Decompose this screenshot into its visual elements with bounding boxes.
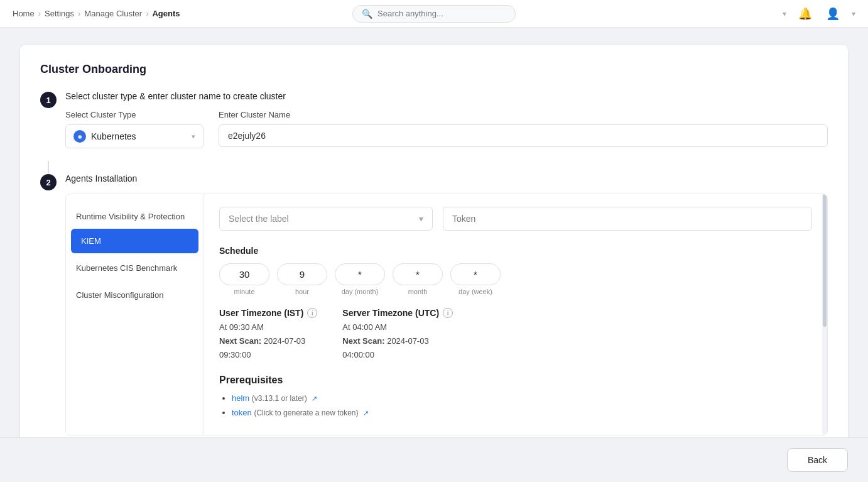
schedule-day-month-label: day (month)	[342, 288, 379, 295]
sidebar-item-cis[interactable]: Kubernetes CIS Benchmark	[71, 256, 198, 280]
user-timezone-title: User Timezone (IST) i	[219, 308, 317, 318]
schedule-minute-input[interactable]	[219, 263, 269, 285]
breadcrumb-home[interactable]: Home	[13, 9, 35, 18]
prereq-token-ext-icon: ↗	[363, 409, 369, 417]
prereq-token-note: (Click to generate a new token)	[254, 408, 358, 417]
label-select[interactable]: Select the label ▾	[219, 207, 433, 231]
sidebar-item-cis-label: Kubernetes CIS Benchmark	[76, 263, 177, 273]
prereq-helm-note: (v3.13.1 or later)	[252, 394, 307, 403]
server-timezone-title: Server Timezone (UTC) i	[342, 308, 453, 318]
search-input[interactable]	[377, 9, 503, 18]
cluster-name-input[interactable]	[219, 124, 828, 147]
schedule-hour-label: hour	[295, 288, 309, 295]
schedule-row: minute hour day (month)	[219, 263, 812, 295]
breadcrumb-current: Agents	[152, 9, 180, 18]
schedule-day-month-input[interactable]	[335, 263, 385, 285]
user-timezone-info-icon[interactable]: i	[307, 308, 317, 318]
user-tz-next-scan-label: Next Scan:	[219, 336, 261, 346]
step-2-content: Agents Installation Runtime Visibility &…	[65, 173, 828, 435]
sidebar-item-misconfig[interactable]: Cluster Misconfiguration	[71, 283, 198, 307]
main-content: Cluster Onboarding 1 Select cluster type…	[0, 28, 868, 482]
cluster-name-col: Enter Cluster Name	[219, 110, 828, 147]
server-tz-time: 04:00:00	[342, 348, 453, 362]
schedule-day-month: day (month)	[335, 263, 385, 295]
agents-panel-row: Runtime Visibility & Protection KIEM Kub…	[65, 194, 828, 435]
breadcrumb-sep-2: ›	[78, 9, 80, 18]
sidebar-item-kiem-label: KIEM	[81, 236, 101, 246]
breadcrumb-settings[interactable]: Settings	[45, 9, 74, 18]
schedule-day-week-label: day (week)	[458, 288, 492, 295]
nav-dropdown-arrow-1[interactable]: ▾	[783, 9, 786, 18]
step-1-label: Select cluster type & enter cluster name…	[65, 91, 828, 101]
schedule-label: Schedule	[219, 246, 812, 256]
label-select-text: Select the label	[229, 214, 289, 224]
cluster-type-value: Kubernetes	[91, 131, 136, 141]
cluster-type-label: Select Cluster Type	[65, 110, 203, 119]
server-timezone-block: Server Timezone (UTC) i At 04:00 AM Next…	[342, 308, 453, 362]
search-icon: 🔍	[362, 9, 372, 19]
step-2: 2 Agents Installation Runtime Visibility…	[40, 173, 828, 435]
sidebar-item-runtime[interactable]: Runtime Visibility & Protection	[71, 204, 198, 229]
user-tz-time: 09:30:00	[219, 348, 317, 362]
prerequisites-list: helm (v3.13.1 or later) ↗ token (Click t…	[219, 393, 812, 417]
prereq-helm-link[interactable]: helm	[232, 393, 249, 403]
schedule-month-label: month	[408, 288, 428, 295]
nav-dropdown-arrow-2[interactable]: ▾	[852, 9, 855, 18]
user-timezone-detail: At 09:30 AM Next Scan: 2024-07-03 09:30:…	[219, 320, 317, 362]
timezone-section: User Timezone (IST) i At 09:30 AM Next S…	[219, 308, 812, 362]
agents-sidebar: Runtime Visibility & Protection KIEM Kub…	[66, 194, 204, 435]
agents-right-panel: Select the label ▾ Schedule minute	[204, 194, 827, 435]
sidebar-item-kiem[interactable]: KIEM	[71, 229, 198, 253]
label-select-arrow: ▾	[419, 214, 423, 224]
step-1-badge: 1	[40, 92, 57, 108]
user-icon[interactable]: 👤	[824, 5, 842, 23]
prereq-helm: helm (v3.13.1 or later) ↗	[232, 393, 812, 403]
cluster-type-col: Select Cluster Type ⎈ Kubernetes ▾	[65, 110, 203, 148]
step-2-label: Agents Installation	[65, 173, 828, 183]
cluster-name-label: Enter Cluster Name	[219, 110, 828, 119]
schedule-hour: hour	[277, 263, 327, 295]
step-connector	[48, 161, 49, 173]
schedule-hour-input[interactable]	[277, 263, 327, 285]
breadcrumb-manage-cluster[interactable]: Manage Cluster	[84, 9, 142, 18]
breadcrumb-sep-3: ›	[146, 9, 148, 18]
schedule-minute: minute	[219, 263, 269, 295]
step-1: 1 Select cluster type & enter cluster na…	[40, 91, 828, 148]
card-title: Cluster Onboarding	[40, 63, 828, 76]
cluster-type-select[interactable]: ⎈ Kubernetes ▾	[65, 124, 203, 148]
kubernetes-icon: ⎈	[73, 130, 86, 143]
cluster-type-left: ⎈ Kubernetes	[73, 130, 136, 143]
cluster-form-row: Select Cluster Type ⎈ Kubernetes ▾ Enter…	[65, 110, 828, 148]
breadcrumb-sep-1: ›	[38, 9, 41, 18]
schedule-month-input[interactable]	[393, 263, 443, 285]
prerequisites-title: Prerequisites	[219, 375, 812, 386]
schedule-month: month	[393, 263, 443, 295]
user-tz-next-scan-value: 2024-07-03	[264, 336, 306, 346]
cluster-onboarding-card: Cluster Onboarding 1 Select cluster type…	[20, 45, 848, 466]
server-timezone-info-icon[interactable]: i	[443, 308, 453, 318]
schedule-day-week-input[interactable]	[450, 263, 501, 285]
step-2-badge: 2	[40, 174, 57, 190]
back-button[interactable]: Back	[787, 448, 848, 472]
search-bar: 🔍	[352, 5, 516, 23]
prereq-token-link[interactable]: token	[232, 408, 252, 417]
sidebar-item-runtime-label: Runtime Visibility & Protection	[76, 212, 185, 221]
label-token-row: Select the label ▾	[219, 207, 812, 231]
scrollbar-track	[822, 194, 827, 435]
bottom-bar: Back	[0, 437, 868, 482]
schedule-minute-label: minute	[234, 288, 254, 295]
nav-icons: ▾ 🔔 👤 ▾	[783, 5, 855, 23]
prereq-helm-ext-icon: ↗	[312, 395, 317, 402]
scrollbar-thumb[interactable]	[823, 194, 827, 327]
user-timezone-block: User Timezone (IST) i At 09:30 AM Next S…	[219, 308, 317, 362]
topnav: Home › Settings › Manage Cluster › Agent…	[0, 0, 868, 28]
schedule-day-week: day (week)	[450, 263, 501, 295]
cluster-type-arrow: ▾	[192, 133, 195, 141]
notification-icon[interactable]: 🔔	[796, 5, 814, 23]
sidebar-item-misconfig-label: Cluster Misconfiguration	[76, 290, 163, 300]
token-input[interactable]	[443, 207, 812, 231]
server-tz-next-scan-value: 2024-07-03	[387, 336, 429, 346]
prereq-token: token (Click to generate a new token) ↗	[232, 408, 812, 417]
server-tz-next-scan-label: Next Scan:	[342, 336, 384, 346]
step-1-content: Select cluster type & enter cluster name…	[65, 91, 828, 148]
